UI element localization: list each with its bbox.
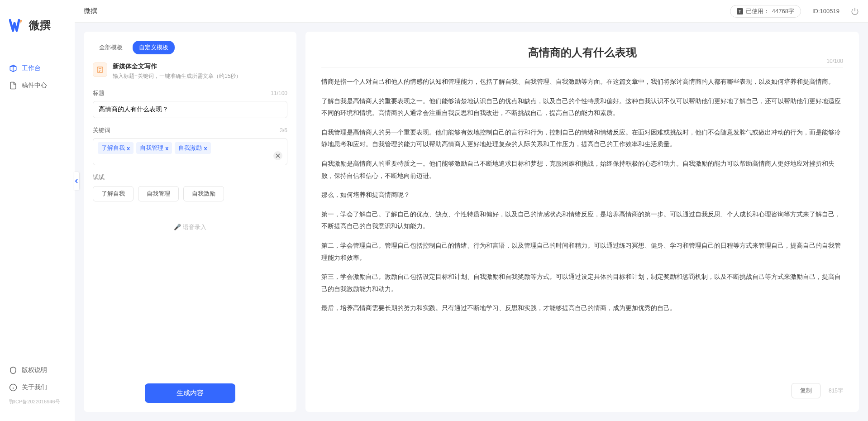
template-desc: 输入标题+关键词，一键准确生成所需文章（约15秒） bbox=[113, 72, 287, 80]
output-body: 情商是指一个人对自己和他人的情感的认知和管理能力，包括了解自我、自我管理、自我激… bbox=[321, 76, 843, 377]
try-chip[interactable]: 自我激励 bbox=[183, 186, 224, 201]
keyword-chip[interactable]: 自我管理 x bbox=[136, 142, 172, 154]
template-card: 新媒体全文写作 输入标题+关键词，一键准确生成所需文章（约15秒） bbox=[93, 62, 287, 80]
remove-chip-icon[interactable]: x bbox=[165, 145, 168, 152]
sidebar-bottom: 版权说明 关于我们 鄂ICP备2022016946号 bbox=[0, 362, 75, 412]
output-header: 高情商的人有什么表现 10/100 bbox=[321, 45, 843, 67]
remove-chip-icon[interactable]: x bbox=[127, 145, 130, 152]
main-area: 微撰 T 已使用： 44768字 ID:100519 全部模板 自定义模板 bbox=[75, 0, 868, 421]
nav-item-about[interactable]: 关于我们 bbox=[0, 379, 75, 396]
output-footer: 复制 815字 bbox=[321, 377, 843, 398]
template-info: 新媒体全文写作 输入标题+关键词，一键准确生成所需文章（约15秒） bbox=[113, 62, 287, 80]
try-label: 试试 bbox=[93, 173, 287, 182]
cube-icon bbox=[9, 64, 17, 72]
logo: 微撰 bbox=[0, 18, 75, 46]
title-input[interactable] bbox=[93, 101, 287, 118]
template-icon bbox=[93, 62, 107, 77]
word-count: 815字 bbox=[829, 387, 843, 395]
nav-item-drafts[interactable]: 稿件中心 bbox=[0, 77, 75, 94]
tab-all-templates[interactable]: 全部模板 bbox=[93, 41, 129, 54]
nav-item-label: 工作台 bbox=[22, 64, 41, 72]
output-paragraph: 那么，如何培养和提高情商呢？ bbox=[321, 189, 843, 201]
template-title: 新媒体全文写作 bbox=[113, 62, 287, 71]
usage-badge: T 已使用： 44768字 bbox=[730, 5, 801, 18]
sidebar-collapse-handle[interactable] bbox=[74, 172, 79, 190]
try-section: 试试 了解自我 自我管理 自我激励 bbox=[93, 173, 287, 201]
output-title: 高情商的人有什么表现 bbox=[321, 45, 843, 60]
keyword-counter: 3/6 bbox=[280, 127, 287, 134]
user-id-label: ID:100519 bbox=[812, 8, 839, 14]
logo-text: 微撰 bbox=[29, 18, 51, 33]
nav-item-label: 版权说明 bbox=[22, 366, 47, 374]
close-icon bbox=[276, 153, 280, 158]
nav-item-copyright[interactable]: 版权说明 bbox=[0, 362, 75, 379]
shield-icon bbox=[9, 366, 17, 374]
keyword-chip[interactable]: 自我激励 x bbox=[175, 142, 210, 154]
keyword-label: 关键词 bbox=[93, 126, 110, 134]
output-paragraph: 自我管理是高情商人的另一个重要表现。他们能够有效地控制自己的言行和行为，控制自己… bbox=[321, 126, 843, 150]
nav-item-workspace[interactable]: 工作台 bbox=[0, 60, 75, 77]
usage-value: 44768字 bbox=[772, 7, 794, 15]
keyword-section: 关键词 3/6 了解自我 x 自我管理 x 自我激励 x bbox=[93, 126, 287, 165]
topbar-right: T 已使用： 44768字 ID:100519 bbox=[730, 5, 859, 18]
try-chip[interactable]: 自我管理 bbox=[138, 186, 179, 201]
power-icon[interactable] bbox=[851, 7, 859, 15]
tab-custom-templates[interactable]: 自定义模板 bbox=[133, 41, 175, 54]
topbar: 微撰 T 已使用： 44768字 ID:100519 bbox=[75, 0, 868, 23]
doc-icon bbox=[9, 81, 17, 90]
title-section: 标题 11/100 bbox=[93, 89, 287, 118]
nav-item-label: 稿件中心 bbox=[22, 81, 47, 90]
left-panel: 全部模板 自定义模板 新媒体全文写作 输入标题+关键词，一键准确生成所需文章（约… bbox=[84, 32, 296, 412]
output-paragraph: 第二，学会管理自己。管理自己包括控制自己的情绪、行为和言语，以及管理自己的时间和… bbox=[321, 239, 843, 263]
content: 全部模板 自定义模板 新媒体全文写作 输入标题+关键词，一键准确生成所需文章（约… bbox=[75, 23, 868, 421]
title-label: 标题 bbox=[93, 89, 105, 97]
try-chip[interactable]: 了解自我 bbox=[93, 186, 134, 201]
template-tabs: 全部模板 自定义模板 bbox=[93, 41, 287, 54]
text-icon: T bbox=[737, 8, 743, 14]
nav-item-label: 关于我们 bbox=[22, 383, 47, 392]
output-paragraph: 了解自我是高情商人的重要表现之一。他们能够清楚地认识自己的优点和缺点，以及自己的… bbox=[321, 95, 843, 119]
logo-icon bbox=[9, 19, 24, 32]
nav-items: 工作台 稿件中心 bbox=[0, 46, 75, 362]
chevron-left-icon bbox=[75, 178, 78, 184]
generate-button[interactable]: 生成内容 bbox=[145, 383, 235, 403]
info-icon bbox=[9, 383, 17, 392]
footer-icp: 鄂ICP备2022016946号 bbox=[0, 396, 75, 407]
clear-keywords-button[interactable] bbox=[273, 151, 282, 160]
output-title-counter: 10/100 bbox=[826, 58, 843, 64]
voice-input-button[interactable]: 🎤 语音录入 bbox=[93, 223, 287, 231]
usage-label: 已使用： bbox=[746, 7, 769, 15]
output-paragraph: 第三，学会激励自己。激励自己包括设定目标和计划、自我激励和自我奖励等方式。可以通… bbox=[321, 271, 843, 295]
title-counter: 11/100 bbox=[271, 90, 287, 96]
remove-chip-icon[interactable]: x bbox=[204, 145, 207, 152]
keyword-input-box[interactable]: 了解自我 x 自我管理 x 自我激励 x bbox=[93, 138, 287, 165]
output-paragraph: 自我激励是高情商人的重要特质之一。他们能够激励自己不断地追求目标和梦想，克服困难… bbox=[321, 158, 843, 182]
output-paragraph: 情商是指一个人对自己和他人的情感的认知和管理能力，包括了解自我、自我管理、自我激… bbox=[321, 76, 843, 88]
sidebar: 微撰 工作台 稿件中心 版权说明 bbox=[0, 0, 75, 421]
output-paragraph: 最后，培养高情商需要长期的努力和实践。只有通过不断地学习、反思和实践，才能够提高… bbox=[321, 302, 843, 314]
output-paragraph: 第一，学会了解自己。了解自己的优点、缺点、个性特质和偏好，以及自己的情感状态和情… bbox=[321, 208, 843, 232]
page-title: 微撰 bbox=[84, 7, 97, 15]
keyword-chip[interactable]: 了解自我 x bbox=[98, 142, 134, 154]
copy-button[interactable]: 复制 bbox=[792, 383, 820, 398]
right-panel: 高情商的人有什么表现 10/100 情商是指一个人对自己和他人的情感的认知和管理… bbox=[305, 32, 859, 412]
